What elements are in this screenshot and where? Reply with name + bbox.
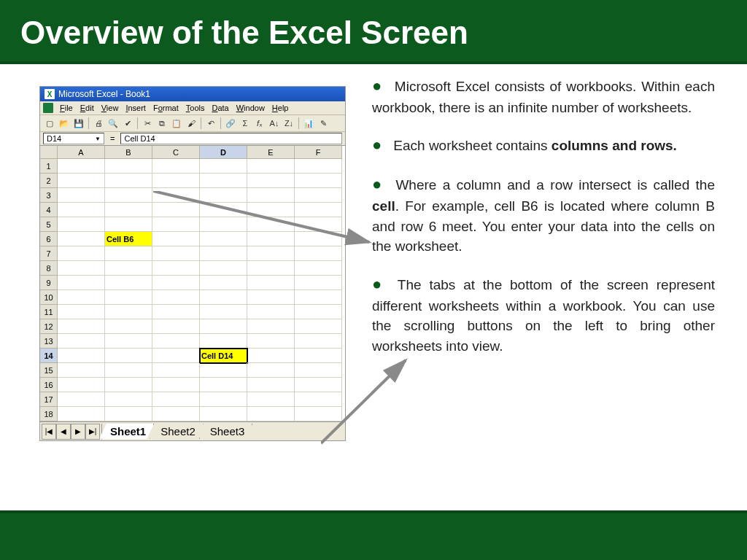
cell-F12[interactable] (295, 319, 342, 334)
row-header-12[interactable]: 12 (40, 319, 58, 334)
cell-A7[interactable] (58, 246, 105, 261)
col-header-D[interactable]: D (200, 146, 247, 159)
cell-F2[interactable] (295, 174, 342, 188)
cell-B11[interactable] (105, 305, 152, 319)
cell-B16[interactable] (105, 378, 152, 392)
cell-E13[interactable] (247, 334, 295, 349)
cell-E11[interactable] (247, 305, 295, 319)
cell-E1[interactable] (247, 159, 295, 174)
menu-window[interactable]: Window (233, 103, 268, 113)
cell-E3[interactable] (247, 188, 295, 203)
drawing-icon[interactable]: ✎ (317, 117, 330, 130)
menu-view[interactable]: View (98, 103, 122, 113)
cell-D1[interactable] (200, 159, 247, 174)
cell-A18[interactable] (58, 407, 105, 421)
cell-A8[interactable] (58, 261, 105, 276)
cell-D10[interactable] (200, 290, 247, 305)
row-header-5[interactable]: 5 (40, 217, 58, 232)
cell-A9[interactable] (58, 276, 105, 290)
col-header-E[interactable]: E (247, 146, 295, 159)
cell-B12[interactable] (105, 319, 152, 334)
cell-F5[interactable] (295, 217, 342, 232)
cell-B2[interactable] (105, 174, 152, 188)
cell-C16[interactable] (152, 378, 200, 392)
cell-F9[interactable] (295, 276, 342, 290)
row-header-3[interactable]: 3 (40, 188, 58, 203)
cell-D17[interactable] (200, 392, 247, 407)
row-header-7[interactable]: 7 (40, 246, 58, 261)
cell-C15[interactable] (152, 363, 200, 378)
cell-B18[interactable] (105, 407, 152, 421)
cell-F17[interactable] (295, 392, 342, 407)
cell-D14[interactable]: Cell D14 (200, 349, 247, 363)
cell-D18[interactable] (200, 407, 247, 421)
row-header-4[interactable]: 4 (40, 203, 58, 217)
print-icon[interactable]: 🖨 (92, 117, 105, 130)
cell-C13[interactable] (152, 334, 200, 349)
cell-A15[interactable] (58, 363, 105, 378)
cell-C3[interactable] (152, 188, 200, 203)
cell-A2[interactable] (58, 174, 105, 188)
cell-C10[interactable] (152, 290, 200, 305)
cell-D5[interactable] (200, 217, 247, 232)
menu-file[interactable]: File (57, 103, 76, 113)
paste-icon[interactable]: 📋 (170, 117, 183, 130)
copy-icon[interactable]: ⧉ (155, 117, 169, 130)
cell-F6[interactable] (295, 232, 342, 246)
cell-D3[interactable] (200, 188, 247, 203)
cell-C1[interactable] (152, 159, 200, 174)
cell-C17[interactable] (152, 392, 200, 407)
cell-C7[interactable] (152, 246, 200, 261)
cell-E12[interactable] (247, 319, 295, 334)
cell-B14[interactable] (105, 349, 152, 363)
cell-E18[interactable] (247, 407, 295, 421)
sheet-nav-next-icon[interactable]: ▶ (71, 424, 85, 440)
cell-C12[interactable] (152, 319, 200, 334)
sort-desc-icon[interactable]: Z↓ (282, 117, 295, 130)
menu-data[interactable]: Data (209, 103, 231, 113)
function-icon[interactable]: fₓ (253, 117, 266, 130)
new-icon[interactable]: ▢ (43, 117, 56, 130)
cell-D13[interactable] (200, 334, 247, 349)
cell-A17[interactable] (58, 392, 105, 407)
sheet-tab-sheet2[interactable]: Sheet2 (150, 424, 204, 439)
row-header-9[interactable]: 9 (40, 276, 58, 290)
cell-F18[interactable] (295, 407, 342, 421)
sheet-nav-first-icon[interactable]: |◀ (42, 424, 56, 440)
cell-C8[interactable] (152, 261, 200, 276)
sheet-nav-prev-icon[interactable]: ◀ (56, 424, 71, 440)
menu-tools[interactable]: Tools (183, 103, 208, 113)
cell-A4[interactable] (58, 203, 105, 217)
row-header-14[interactable]: 14 (40, 349, 58, 363)
cell-D7[interactable] (200, 246, 247, 261)
row-header-18[interactable]: 18 (40, 407, 58, 421)
col-header-C[interactable]: C (152, 146, 200, 159)
cell-D4[interactable] (200, 203, 247, 217)
cell-B17[interactable] (105, 392, 152, 407)
cell-C11[interactable] (152, 305, 200, 319)
cell-D9[interactable] (200, 276, 247, 290)
row-header-10[interactable]: 10 (40, 290, 58, 305)
menu-format[interactable]: Format (150, 103, 182, 113)
row-header-13[interactable]: 13 (40, 334, 58, 349)
cell-F13[interactable] (295, 334, 342, 349)
col-header-A[interactable]: A (58, 146, 105, 159)
menu-help[interactable]: Help (269, 103, 292, 113)
cell-F1[interactable] (295, 159, 342, 174)
cell-A1[interactable] (58, 159, 105, 174)
cell-E8[interactable] (247, 261, 295, 276)
cell-D12[interactable] (200, 319, 247, 334)
cell-D2[interactable] (200, 174, 247, 188)
name-box-dropdown-icon[interactable]: ▼ (95, 136, 101, 142)
preview-icon[interactable]: 🔍 (107, 117, 120, 130)
cell-A14[interactable] (58, 349, 105, 363)
cell-F3[interactable] (295, 188, 342, 203)
cell-C6[interactable] (152, 232, 200, 246)
cell-A6[interactable] (58, 232, 105, 246)
chart-icon[interactable]: 📊 (302, 117, 315, 130)
sort-asc-icon[interactable]: A↓ (268, 117, 281, 130)
sheet-tab-sheet1[interactable]: Sheet1 (99, 424, 154, 439)
cell-F14[interactable] (295, 349, 342, 363)
cell-B5[interactable] (105, 217, 152, 232)
sheet-tab-sheet3[interactable]: Sheet3 (199, 424, 253, 439)
